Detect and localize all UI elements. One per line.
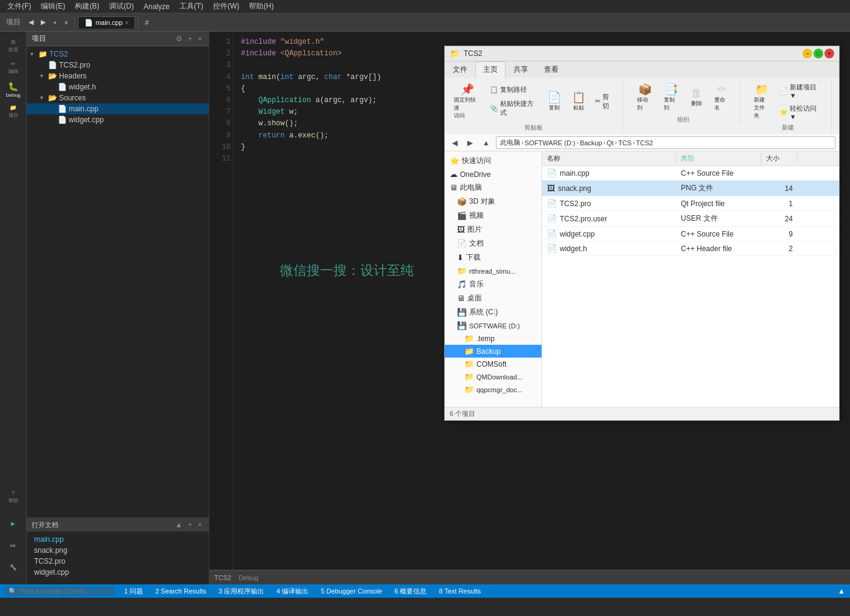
exp-rtthread[interactable]: 📁 rtthread_simu... xyxy=(445,265,542,277)
file-row-main[interactable]: 📄 main.cpp C++ Source File xyxy=(542,166,839,181)
ribbon-tab-view[interactable]: 查看 xyxy=(536,61,566,78)
menu-controls[interactable]: 控件(W) xyxy=(208,0,244,13)
exp-comsoft[interactable]: 📁 COMSoft xyxy=(445,358,542,370)
exp-docs[interactable]: 📄 文档 xyxy=(445,237,542,251)
status-search-results[interactable]: 2 Search Results xyxy=(153,587,209,595)
explorer-minimize[interactable]: − xyxy=(803,49,812,58)
exp-3d[interactable]: 📦 3D 对象 xyxy=(445,195,542,209)
addr-up[interactable]: ▲ xyxy=(479,137,493,149)
menu-debug[interactable]: 调试(D) xyxy=(104,0,139,13)
addr-forward[interactable]: ▶ xyxy=(464,137,476,149)
exp-downloads[interactable]: ⬇ 下载 xyxy=(445,251,542,265)
toolbar-forward[interactable]: ▶ xyxy=(38,17,49,27)
menu-build[interactable]: 构建(B) xyxy=(70,0,104,13)
ribbon-btn-copy-path[interactable]: 📋 复制路径 xyxy=(487,83,541,96)
file-row-tcs2user[interactable]: 📄 TCS2.pro.user USER 文件 24 xyxy=(542,211,839,227)
explorer-maximize[interactable]: □ xyxy=(813,49,823,58)
sidebar-icon-run[interactable]: ▶ xyxy=(2,513,24,535)
ribbon-btn-copy[interactable]: 📄 复制 xyxy=(543,88,565,114)
exp-thispc[interactable]: 🖥 此电脑 xyxy=(445,181,542,195)
menu-tools[interactable]: 工具(T) xyxy=(175,0,208,13)
exp-pictures[interactable]: 🖼 图片 xyxy=(445,223,542,237)
status-app-output[interactable]: 3 应用程序输出 xyxy=(216,587,266,596)
col-size[interactable]: 大小 xyxy=(761,153,798,164)
sidebar-icon-edit[interactable]: ✏ 编辑 xyxy=(2,57,24,78)
tree-item-widget-cpp[interactable]: 📄 widget.cpp xyxy=(27,114,209,125)
ribbon-tab-file[interactable]: 文件 xyxy=(445,61,475,78)
open-docs-expand[interactable]: ▲ xyxy=(173,520,184,530)
open-docs-add[interactable]: + xyxy=(186,520,194,530)
ribbon-btn-delete[interactable]: 🗑 删除 xyxy=(686,85,708,110)
toolbar-new[interactable]: + xyxy=(50,18,60,27)
status-compile[interactable]: 4 编译输出 xyxy=(274,587,311,596)
tree-item-widget-h[interactable]: 📄 widget.h xyxy=(27,81,209,92)
panel-action-add[interactable]: + xyxy=(186,34,194,44)
panel-action-close-panel[interactable]: × xyxy=(196,34,204,44)
tree-item-pro[interactable]: 📄 TCS2.pro xyxy=(27,60,209,71)
ribbon-btn-paste[interactable]: 📋 粘贴 xyxy=(568,88,590,114)
toolbar-close[interactable]: × xyxy=(61,18,71,27)
ribbon-btn-pin[interactable]: 📌 固定到快速访问 xyxy=(450,80,484,122)
exp-c[interactable]: 💾 系统 (C:) xyxy=(445,305,542,319)
tree-item-headers[interactable]: ▼ 📂 Headers xyxy=(27,71,209,81)
exp-qmdownload[interactable]: 📁 QMDownload... xyxy=(445,370,542,383)
col-name[interactable]: 名称 xyxy=(542,153,676,164)
toolbar-back[interactable]: ◀ xyxy=(26,17,37,27)
tree-item-root[interactable]: ▼ 📁 TCS2 xyxy=(27,49,209,60)
sidebar-icon-stop[interactable]: 🔧 xyxy=(2,556,24,578)
open-docs-close[interactable]: × xyxy=(196,520,204,530)
exp-backup[interactable]: 📁 Backup xyxy=(445,345,542,358)
editor-tab-main[interactable]: 📄 main.cpp × xyxy=(78,16,135,29)
file-row-widgeth[interactable]: 📄 widget.h C++ Header file 2 xyxy=(542,241,839,256)
exp-music[interactable]: 🎵 音乐 xyxy=(445,277,542,291)
exp-quick-access[interactable]: ⭐ 快速访问 xyxy=(445,154,542,168)
file-row-widgetcpp[interactable]: 📄 widget.cpp C++ Source File 9 xyxy=(542,227,839,241)
ribbon-btn-new-item[interactable]: 📄 新建项目 ▼ xyxy=(776,81,826,101)
sidebar-icon-help[interactable]: ? 帮助 xyxy=(2,486,24,508)
menu-analyze[interactable]: Analyze xyxy=(139,1,175,12)
ribbon-btn-cut[interactable]: ✂ 剪切 xyxy=(592,91,618,112)
sidebar-icon-step[interactable]: ⏭ xyxy=(2,535,24,556)
file-row-tcs2pro[interactable]: 📄 TCS2.pro Qt Project file 1 xyxy=(542,196,839,211)
addr-back[interactable]: ◀ xyxy=(448,137,461,149)
exp-d[interactable]: 💾 SOFTWARE (D:) xyxy=(445,319,542,332)
status-search-box[interactable]: 🔍 xyxy=(5,587,114,596)
menu-file[interactable]: 文件(F) xyxy=(2,0,36,13)
ribbon-btn-rename[interactable]: ✏ 重命名 xyxy=(710,80,734,114)
exp-qqpcmgr[interactable]: 📁 qqpcmgr_doc... xyxy=(445,383,542,396)
open-doc-widget[interactable]: widget.cpp xyxy=(27,567,209,578)
ribbon-tab-share[interactable]: 共享 xyxy=(506,61,536,78)
status-arrow[interactable]: ▲ xyxy=(838,587,845,595)
tree-item-sources[interactable]: ▼ 📂 Sources xyxy=(27,92,209,103)
exp-desktop[interactable]: 🖥 桌面 xyxy=(445,291,542,305)
toolbar-extra[interactable]: # xyxy=(142,18,152,27)
explorer-close[interactable]: × xyxy=(824,49,834,58)
ribbon-btn-new-folder[interactable]: 📁 新建文件夹 xyxy=(750,80,774,122)
file-row-snack[interactable]: 🖼 snack.png PNG 文件 14 xyxy=(542,181,839,196)
ribbon-btn-copy-to[interactable]: 📑 复制到 xyxy=(660,80,683,114)
sidebar-icon-debug[interactable]: 🐛 Debug xyxy=(2,78,24,100)
status-overview[interactable]: 6 概要信息 xyxy=(392,587,429,596)
open-doc-pro[interactable]: TCS2.pro xyxy=(27,556,209,567)
open-doc-snack[interactable]: snack.png xyxy=(27,545,209,556)
ribbon-tab-home[interactable]: 主页 xyxy=(475,61,506,78)
sidebar-icon-project[interactable]: 📁 项目 xyxy=(2,100,24,122)
ribbon-btn-paste-shortcut[interactable]: 📎 粘贴快捷方式 xyxy=(487,97,541,119)
editor-tab-close[interactable]: × xyxy=(125,19,129,26)
ribbon-btn-move[interactable]: 📦 移动到 xyxy=(633,80,657,114)
tree-item-main-cpp[interactable]: 📄 main.cpp xyxy=(27,103,209,114)
exp-video[interactable]: 🎬 视频 xyxy=(445,209,542,223)
menu-edit[interactable]: 编辑(E) xyxy=(36,0,70,13)
panel-action-filter[interactable]: ⚙ xyxy=(174,34,184,44)
status-problems[interactable]: 1 问题 xyxy=(122,587,145,596)
open-doc-main[interactable]: main.cpp xyxy=(27,534,209,545)
status-debugger[interactable]: 5 Debugger Console xyxy=(318,587,385,595)
ribbon-btn-easy-access[interactable]: ⭐ 轻松访问 ▼ xyxy=(776,102,826,122)
addr-path[interactable]: 此电脑 › SOFTWARE (D:) › Backup › Qt › TCS … xyxy=(496,136,835,149)
sidebar-icon-welcome[interactable]: ⊞ 欢迎 xyxy=(2,35,24,57)
exp-onedrive[interactable]: ☁ OneDrive xyxy=(445,168,542,181)
status-search-input[interactable] xyxy=(19,587,111,595)
menu-help[interactable]: 帮助(H) xyxy=(244,0,279,13)
status-text-results[interactable]: 8 Text Results xyxy=(436,587,483,595)
exp-temp[interactable]: 📁 .temp xyxy=(445,332,542,345)
